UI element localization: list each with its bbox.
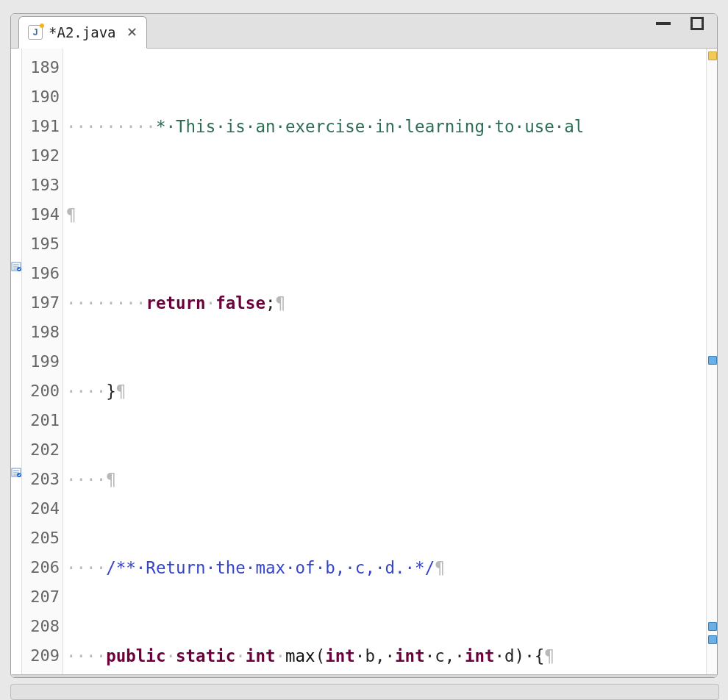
view-controls xyxy=(655,17,705,30)
close-tab-icon[interactable]: ✕ xyxy=(126,24,138,40)
java-file-icon: J xyxy=(28,25,43,40)
line-number[interactable]: 207 xyxy=(22,582,63,612)
line-number[interactable]: 202 xyxy=(22,435,63,465)
line-number[interactable]: 190 xyxy=(22,82,63,112)
line-number-gutter[interactable]: 189 190 191 192 193 194 195 196 197 198 … xyxy=(22,49,63,678)
overview-warning-marker[interactable] xyxy=(708,51,717,60)
line-number[interactable]: 196 xyxy=(22,259,63,288)
todo-marker-icon[interactable] xyxy=(11,260,21,273)
line-number[interactable]: 199 xyxy=(22,347,63,376)
split-sash-handle[interactable] xyxy=(11,674,717,678)
overview-info-marker[interactable] xyxy=(708,622,717,631)
maximize-view-button[interactable] xyxy=(689,17,705,30)
svg-point-3 xyxy=(17,473,21,477)
line-number[interactable]: 201 xyxy=(22,406,63,435)
minimize-view-button[interactable] xyxy=(655,17,671,30)
line-number[interactable]: 205 xyxy=(22,524,63,553)
editor-tab-a2-java[interactable]: J *A2.java ✕ xyxy=(18,16,147,49)
editor-body: 189 190 191 192 193 194 195 196 197 198 … xyxy=(11,49,717,678)
line-number[interactable]: 192 xyxy=(22,141,63,171)
line-number[interactable]: 209 xyxy=(22,641,63,671)
line-number[interactable]: 200 xyxy=(22,376,63,406)
overview-info-marker[interactable] xyxy=(708,635,717,644)
code-line: ····/**·Return·the·max·of·b,·c,·d.·*/¶ xyxy=(63,553,706,582)
overview-ruler[interactable] xyxy=(706,49,717,678)
overview-info-marker[interactable] xyxy=(708,356,717,365)
tab-bar: J *A2.java ✕ xyxy=(11,14,717,49)
line-number[interactable]: 191 xyxy=(22,112,63,141)
line-number[interactable]: 197 xyxy=(22,288,63,318)
line-number[interactable]: 203 xyxy=(22,465,63,494)
code-line: ····}¶ xyxy=(63,376,706,406)
line-number[interactable]: 198 xyxy=(22,318,63,347)
line-number[interactable]: 204 xyxy=(22,494,63,524)
code-line: ····public·static·int·max(int·b,·int·c,·… xyxy=(63,641,706,671)
line-number[interactable]: 206 xyxy=(22,553,63,582)
editor-tab-label: *A2.java xyxy=(49,24,116,40)
line-number[interactable]: 208 xyxy=(22,612,63,641)
marker-ruler xyxy=(11,49,22,678)
code-line: ········return·false;¶ xyxy=(63,288,706,318)
line-number[interactable]: 193 xyxy=(22,171,63,200)
code-line: ····¶ xyxy=(63,465,706,494)
code-line: ·········*·This·is·an·exercise·in·learni… xyxy=(63,112,706,141)
editor-view: J *A2.java ✕ 189 190 191 192 193 194 195 xyxy=(10,13,718,678)
line-number[interactable]: 194 xyxy=(22,200,63,229)
todo-marker-icon[interactable] xyxy=(11,465,21,479)
code-area[interactable]: ·········*·This·is·an·exercise·in·learni… xyxy=(63,49,706,678)
line-number[interactable]: 195 xyxy=(22,229,63,259)
code-line: ¶ xyxy=(63,200,706,229)
svg-point-1 xyxy=(17,267,21,271)
line-number[interactable]: 189 xyxy=(22,53,63,82)
bottom-panel-collapsed[interactable] xyxy=(10,684,719,700)
